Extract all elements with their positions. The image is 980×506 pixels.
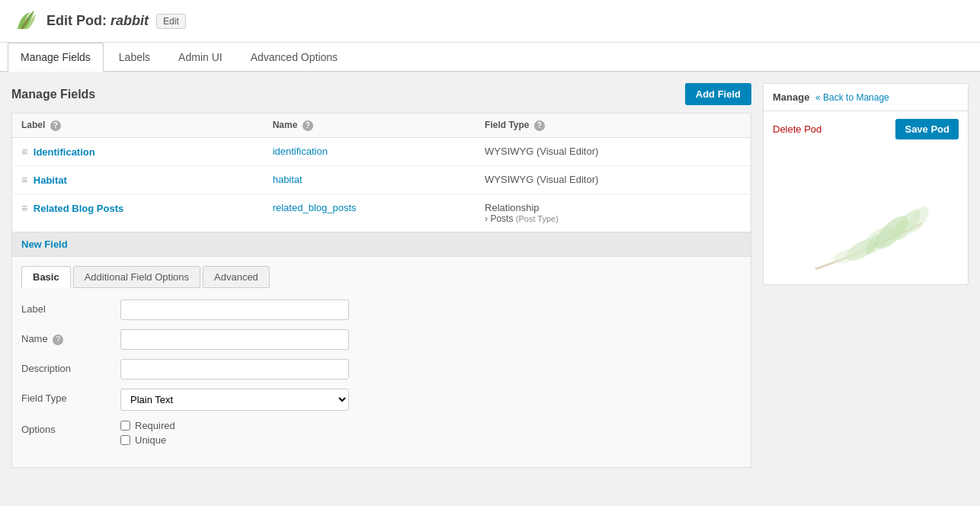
label-help-icon[interactable]: ?: [50, 120, 61, 131]
drag-handle[interactable]: ≡: [21, 202, 27, 214]
table-row: ≡ Habitat habitat WYSIWYG (Visual Editor…: [12, 166, 751, 194]
sub-tabs: Basic Additional Field Options Advanced: [21, 266, 741, 288]
required-option-label[interactable]: Required: [120, 420, 349, 431]
side-panel: Manage « Back to Manage Delete Pod Save …: [763, 83, 969, 285]
tab-labels[interactable]: Labels: [106, 43, 163, 72]
drag-handle[interactable]: ≡: [21, 146, 27, 158]
back-to-manage-link[interactable]: « Back to Manage: [815, 92, 889, 103]
description-form-control: [120, 359, 349, 380]
post-type-label: (Post Type): [516, 214, 559, 223]
field-name-link[interactable]: related_blog_posts: [273, 202, 357, 213]
unique-option-label[interactable]: Unique: [120, 434, 349, 446]
content-area: Manage Fields Add Field Label ? Name ? F…: [0, 72, 980, 479]
row-label-cell: ≡ Identification: [12, 138, 264, 166]
page-header: Edit Pod: rabbit Edit: [0, 0, 980, 43]
logo-icon: [11, 6, 39, 36]
label-form-row: Label: [21, 299, 741, 320]
field-label-link[interactable]: Habitat: [34, 175, 67, 186]
name-help-icon[interactable]: ?: [303, 120, 313, 131]
section-heading: Manage Fields Add Field: [11, 83, 751, 105]
row-field-type-cell: WYSIWYG (Visual Editor): [476, 138, 751, 166]
table-header-row: Label ? Name ? Field Type ?: [12, 114, 751, 138]
row-label-cell: ≡ Habitat: [12, 166, 264, 194]
field-name-link[interactable]: habitat: [273, 174, 303, 185]
main-tabs: Manage Fields Labels Admin UI Advanced O…: [0, 43, 980, 72]
label-form-control: [120, 299, 349, 320]
name-input[interactable]: [120, 329, 349, 350]
description-input[interactable]: [120, 359, 349, 380]
tab-admin-ui[interactable]: Admin UI: [165, 43, 235, 72]
unique-checkbox[interactable]: [120, 435, 130, 445]
name-form-row: Name ?: [21, 329, 741, 350]
leaf-illustration: [800, 147, 968, 284]
unique-label-text: Unique: [135, 434, 166, 446]
options-form-control: Required Unique: [120, 420, 349, 449]
field-name-link[interactable]: identification: [273, 146, 328, 157]
row-name-cell: identification: [264, 138, 476, 166]
table-row: ≡ Identification identification WYSIWYG …: [12, 138, 751, 166]
field-type-form-row: Field Type Plain Text WYSIWYG (Visual Ed…: [21, 389, 741, 411]
field-sub: › Posts (Post Type): [485, 213, 741, 224]
fields-table: Label ? Name ? Field Type ? ≡: [11, 113, 751, 232]
sub-tab-advanced[interactable]: Advanced: [203, 266, 270, 288]
sub-tab-additional-field-options[interactable]: Additional Field Options: [73, 266, 200, 288]
new-field-inner: Basic Additional Field Options Advanced …: [12, 257, 751, 467]
row-name-cell: habitat: [264, 166, 476, 194]
side-panel-actions: Delete Pod Save Pod: [764, 111, 968, 147]
edit-button[interactable]: Edit: [156, 14, 186, 29]
new-field-section: New Field Basic Additional Field Options…: [11, 232, 751, 468]
field-label-link[interactable]: Related Blog Posts: [34, 203, 123, 214]
section-title: Manage Fields: [11, 88, 95, 101]
name-form-label: Name ?: [21, 329, 120, 345]
col-label: Label ?: [12, 114, 264, 138]
label-input[interactable]: [120, 299, 349, 320]
description-form-row: Description: [21, 359, 741, 380]
row-name-cell: related_blog_posts: [264, 194, 476, 232]
col-name: Name ?: [264, 114, 476, 138]
tab-manage-fields[interactable]: Manage Fields: [8, 43, 104, 72]
field-label-link[interactable]: Identification: [34, 146, 95, 158]
description-form-label: Description: [21, 359, 120, 374]
field-type-form-label: Field Type: [21, 389, 120, 404]
leaf-decoration: [764, 147, 968, 284]
tab-advanced-options[interactable]: Advanced Options: [238, 43, 351, 72]
required-label-text: Required: [135, 420, 175, 431]
options-form-row: Options Required Unique: [21, 420, 741, 449]
field-type-form-control: Plain Text WYSIWYG (Visual Editor) Relat…: [120, 389, 349, 411]
new-field-header: New Field: [12, 232, 751, 257]
save-pod-button[interactable]: Save Pod: [895, 119, 959, 139]
field-type-select[interactable]: Plain Text WYSIWYG (Visual Editor) Relat…: [120, 389, 349, 411]
label-form-label: Label: [21, 299, 120, 315]
name-field-help-icon[interactable]: ?: [53, 335, 63, 345]
table-row: ≡ Related Blog Posts related_blog_posts …: [12, 194, 751, 232]
field-type-help-icon[interactable]: ?: [534, 120, 545, 131]
name-form-control: [120, 329, 349, 350]
manage-label: Manage: [773, 91, 809, 103]
col-field-type: Field Type ?: [476, 114, 751, 138]
options-form-label: Options: [21, 420, 120, 435]
row-label-cell: ≡ Related Blog Posts: [12, 194, 264, 232]
drag-handle[interactable]: ≡: [21, 174, 27, 186]
row-field-type-cell: WYSIWYG (Visual Editor): [476, 166, 751, 194]
row-field-type-cell: Relationship › Posts (Post Type): [476, 194, 751, 232]
delete-pod-button[interactable]: Delete Pod: [773, 123, 821, 135]
sub-tab-basic[interactable]: Basic: [21, 266, 71, 288]
add-field-button[interactable]: Add Field: [685, 83, 751, 105]
required-checkbox[interactable]: [120, 421, 130, 431]
main-panel: Manage Fields Add Field Label ? Name ? F…: [11, 83, 751, 468]
page-title: Edit Pod: rabbit: [46, 13, 149, 29]
side-panel-header: Manage « Back to Manage: [764, 84, 968, 111]
